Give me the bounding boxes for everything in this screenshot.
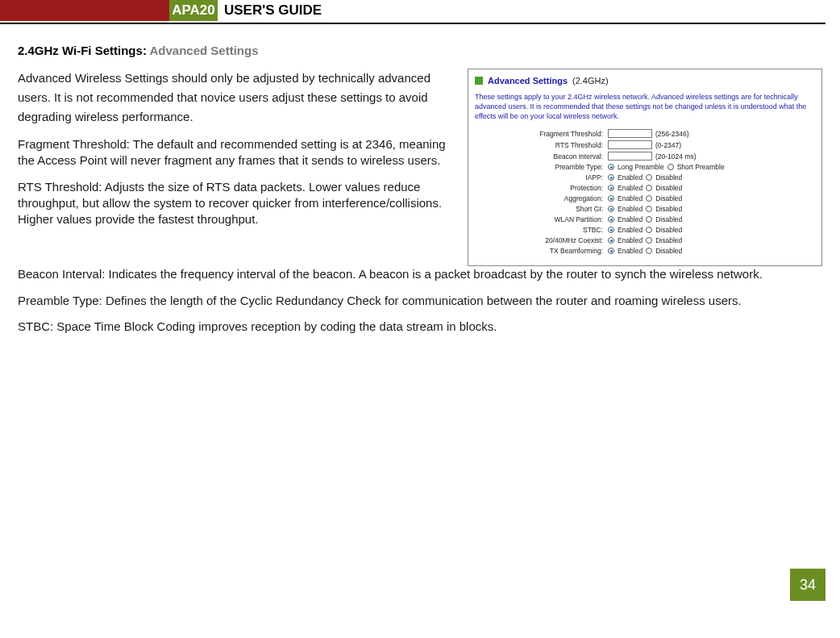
radio-disabled[interactable] <box>646 185 652 191</box>
radio-disabled[interactable] <box>646 248 652 254</box>
paragraph: Fragment Threshold: The default and reco… <box>18 136 456 169</box>
radio-disabled[interactable] <box>646 195 652 202</box>
radio-label: Disabled <box>655 226 682 234</box>
radio-label: Disabled <box>655 215 682 223</box>
form-label: WLAN Partition: <box>475 215 608 223</box>
form-row: Aggregation:EnabledDisabled <box>475 194 815 202</box>
form-label: STBC: <box>475 226 608 234</box>
paragraph: Advanced Wireless Settings should only b… <box>18 69 456 127</box>
form-row: 20/40MHz Coexist:EnabledDisabled <box>475 236 815 244</box>
radio-label: Enabled <box>618 173 642 181</box>
radio-label: Enabled <box>618 184 642 192</box>
radio-label: Enabled <box>618 226 642 234</box>
panel-heading: Advanced Settings (2.4GHz) <box>475 76 815 85</box>
brand-badge: APA20 <box>169 0 218 21</box>
form-label: IAPP: <box>475 173 608 181</box>
form-label: Beacon Interval: <box>475 152 608 161</box>
radio-disabled[interactable] <box>646 227 652 233</box>
text-input[interactable] <box>608 152 652 161</box>
page-number-badge: 34 <box>790 569 825 601</box>
form-row: STBC:EnabledDisabled <box>475 226 815 234</box>
embedded-screenshot-panel: Advanced Settings (2.4GHz) These setting… <box>468 69 822 266</box>
section-heading: 2.4GHz Wi-Fi Settings: Advanced Settings <box>18 44 822 57</box>
panel-description: These settings apply to your 2.4GHz wire… <box>475 92 815 121</box>
radio-disabled[interactable] <box>646 237 652 244</box>
form-label: 20/40MHz Coexist: <box>475 236 608 244</box>
radio-label: Disabled <box>655 247 682 255</box>
hint-text: (256-2346) <box>655 130 689 138</box>
form-row: TX Beamforming:EnabledDisabled <box>475 247 815 255</box>
form-row: Short GI:EnabledDisabled <box>475 205 815 213</box>
radio-enabled[interactable] <box>608 195 614 202</box>
radio-label: Disabled <box>655 194 682 202</box>
paragraph: Beacon Interval: Indicates the frequency… <box>18 266 822 282</box>
form-label: Fragment Threshold: <box>475 130 608 138</box>
radio-label: Enabled <box>618 215 642 223</box>
form-label: Protection: <box>475 184 608 192</box>
form-row-fragment-threshold: Fragment Threshold: (256-2346) <box>475 129 815 138</box>
doc-title: USER'S GUIDE <box>224 0 322 21</box>
form-label: TX Beamforming: <box>475 247 608 255</box>
paragraph: Preamble Type: Defines the length of the… <box>18 293 822 309</box>
radio-enabled[interactable] <box>608 248 614 254</box>
radio-label: Enabled <box>618 194 642 202</box>
radio-long-preamble[interactable] <box>608 164 614 170</box>
paragraph: STBC: Space Time Block Coding improves r… <box>18 319 822 335</box>
radio-enabled[interactable] <box>608 216 614 223</box>
body-text-column: Advanced Wireless Settings should only b… <box>18 69 456 237</box>
radio-label: Short Preamble <box>677 163 725 171</box>
hint-text: (20-1024 ms) <box>655 152 697 161</box>
form-row: WLAN Partition:EnabledDisabled <box>475 215 815 223</box>
form-row-beacon-interval: Beacon Interval: (20-1024 ms) <box>475 152 815 161</box>
radio-short-preamble[interactable] <box>667 164 674 170</box>
panel-heading-bold: Advanced Settings <box>488 76 568 85</box>
panel-heading-paren: (2.4GHz) <box>572 76 609 85</box>
paragraph: RTS Threshold: Adjusts the size of RTS d… <box>18 179 456 228</box>
form-row: Protection:EnabledDisabled <box>475 184 815 192</box>
radio-label: Long Preamble <box>618 163 664 171</box>
doc-header: APA20 USER'S GUIDE <box>0 0 825 24</box>
radio-label: Enabled <box>618 247 642 255</box>
radio-enabled[interactable] <box>608 227 614 233</box>
form-label: RTS Threshold: <box>475 141 608 149</box>
radio-disabled[interactable] <box>646 206 652 212</box>
page-body: 2.4GHz Wi-Fi Settings: Advanced Settings… <box>0 24 840 335</box>
radio-disabled[interactable] <box>646 174 652 181</box>
text-input[interactable] <box>608 140 652 149</box>
radio-enabled[interactable] <box>608 185 614 191</box>
form-label: Aggregation: <box>475 194 608 202</box>
form-row: IAPP:EnabledDisabled <box>475 173 815 181</box>
body-text-fullwidth: Beacon Interval: Indicates the frequency… <box>18 266 822 335</box>
radio-enabled[interactable] <box>608 206 614 212</box>
section-heading-prefix: 2.4GHz Wi-Fi Settings: <box>18 44 149 57</box>
section-heading-title: Advanced Settings <box>149 44 258 57</box>
radio-disabled[interactable] <box>646 216 652 223</box>
square-bullet-icon <box>475 77 483 85</box>
radio-enabled[interactable] <box>608 237 614 244</box>
form-row-preamble-type: Preamble Type: Long Preamble Short Pream… <box>475 163 815 171</box>
radio-label: Disabled <box>655 236 682 244</box>
radio-label: Disabled <box>655 173 682 181</box>
form-row-rts-threshold: RTS Threshold: (0-2347) <box>475 140 815 149</box>
text-input[interactable] <box>608 129 652 138</box>
form-label: Short GI: <box>475 205 608 213</box>
header-accent-block <box>0 0 169 21</box>
hint-text: (0-2347) <box>655 141 681 149</box>
radio-label: Enabled <box>618 236 642 244</box>
radio-label: Disabled <box>655 184 682 192</box>
radio-enabled[interactable] <box>608 174 614 181</box>
form-label: Preamble Type: <box>475 163 608 171</box>
radio-label: Disabled <box>655 205 682 213</box>
radio-label: Enabled <box>618 205 642 213</box>
